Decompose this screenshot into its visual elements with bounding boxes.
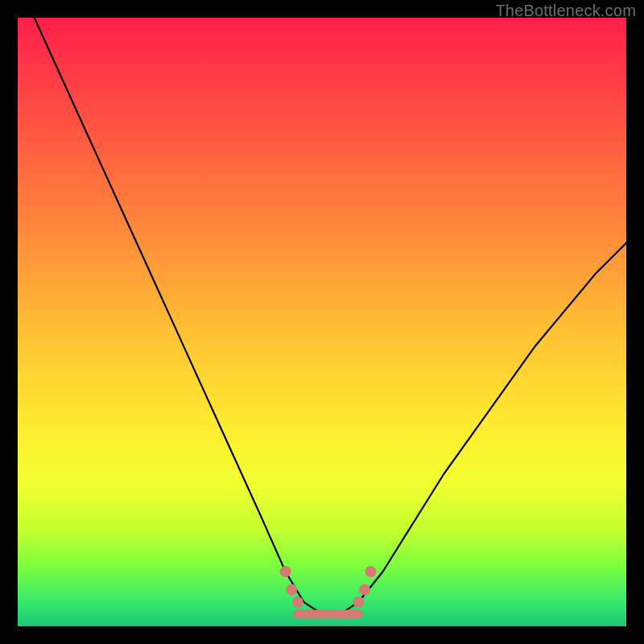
marker-dot	[292, 597, 303, 608]
chart-frame: TheBottleneck.com	[0, 0, 644, 644]
marker-dot	[280, 566, 291, 577]
bottleneck-curve	[18, 0, 626, 614]
plot-area	[18, 18, 626, 626]
marker-dot	[359, 584, 370, 596]
marker-dot	[365, 566, 377, 577]
marker-dot	[286, 584, 297, 596]
curve-svg	[18, 18, 626, 626]
marker-group	[280, 566, 377, 608]
marker-dot	[353, 597, 364, 608]
